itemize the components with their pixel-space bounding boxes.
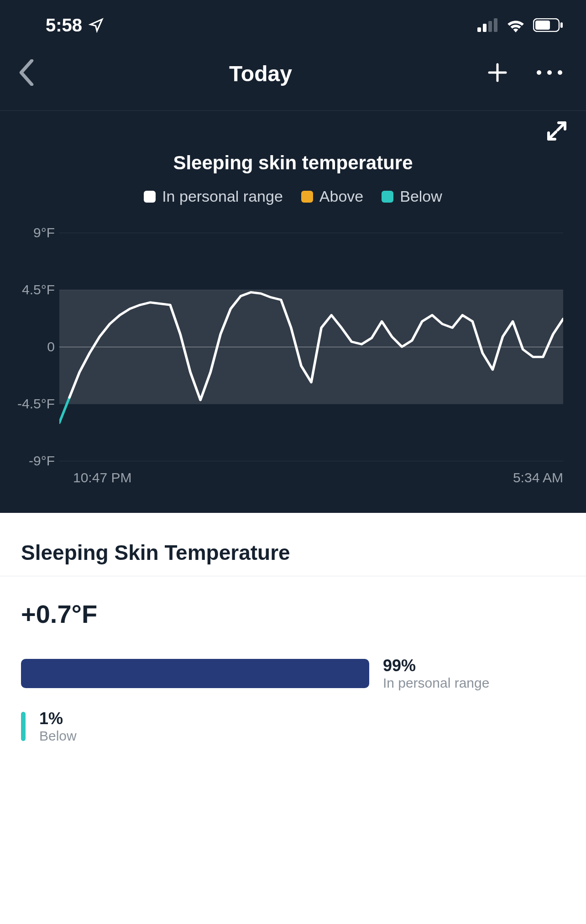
battery-icon [533,18,563,32]
distribution-row: 99%In personal range [21,656,565,691]
status-time: 5:58 [46,15,104,36]
svg-rect-0 [477,27,481,32]
summary-value: +0.7°F [21,599,565,629]
distribution-bar [21,712,26,741]
y-tick-label: -9°F [9,453,55,469]
svg-rect-3 [494,18,497,32]
distribution-label: 1%Below [39,709,77,744]
divider [0,576,586,576]
distribution-pct: 99% [383,656,490,675]
x-start-label: 10:47 PM [73,470,131,485]
distribution-sublabel: Below [39,728,77,744]
expand-button[interactable] [546,120,568,144]
distribution-sublabel: In personal range [383,675,490,691]
page-title: Today [35,61,487,86]
distribution-label: 99%In personal range [383,656,490,691]
chart-title: Sleeping skin temperature [14,152,572,174]
legend-in-range-label: In personal range [162,188,283,205]
legend-below: Below [382,188,442,205]
chart-legend: In personal range Above Below [14,188,572,205]
distribution-pct: 1% [39,709,77,728]
y-tick-label: 9°F [9,225,55,240]
nav-bar: Today [0,41,586,111]
chart-plot[interactable]: 9°F4.5°F0-4.5°F-9°F [59,233,563,461]
y-tick-label: -4.5°F [9,396,55,412]
back-button[interactable] [18,59,35,88]
y-tick-label: 0 [9,339,55,355]
svg-point-10 [547,70,552,75]
svg-point-9 [537,70,541,75]
status-time-text: 5:58 [46,15,82,36]
legend-above: Above [301,188,363,205]
svg-point-11 [558,70,562,75]
legend-above-label: Above [319,188,363,205]
svg-rect-1 [483,24,487,32]
location-icon [89,17,104,33]
legend-below-label: Below [400,188,442,205]
distribution-row: 1%Below [21,709,565,744]
chart-line [59,233,563,461]
svg-rect-6 [560,22,563,28]
wifi-icon [506,18,526,32]
status-bar: 5:58 [0,0,586,41]
add-button[interactable] [487,62,508,85]
more-button[interactable] [536,69,563,78]
gridline [59,461,563,461]
svg-rect-5 [535,21,550,30]
cellular-icon [477,18,498,32]
y-tick-label: 4.5°F [9,282,55,298]
legend-in-range: In personal range [144,188,283,205]
swatch-in-range-icon [144,191,156,203]
distribution-bar [21,659,369,688]
swatch-below-icon [382,191,393,203]
svg-rect-2 [488,21,492,32]
x-end-label: 5:34 AM [513,470,563,485]
swatch-above-icon [301,191,313,203]
summary-heading: Sleeping Skin Temperature [21,540,565,565]
